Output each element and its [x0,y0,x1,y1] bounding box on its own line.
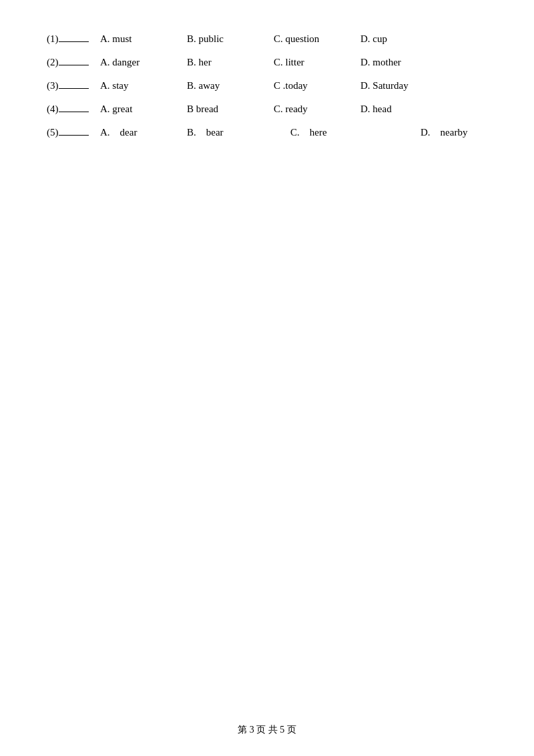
q3-opt-d: D. Saturday [360,80,447,91]
q3-label: (3) [47,80,59,91]
q2-opt-b: B. her [187,57,274,68]
q1-opt-a: A. must [100,33,187,45]
question-row-3: (3) A. stay B. away C .today D. Saturday [47,80,487,91]
q3-blank [59,88,89,89]
question-row-2: (2) A. danger B. her C. litter D. mother [47,57,487,68]
q3-opt-c: C .today [274,80,360,91]
q2-opt-c: C. litter [274,57,360,68]
page-content: (1) A. must B. public C. question D. cup… [0,0,534,165]
q4-opt-d: D. head [360,104,447,115]
q1-opt-b: B. public [187,33,274,45]
q3-options: A. stay B. away C .today D. Saturday [100,80,487,91]
question-row-1: (1) A. must B. public C. question D. cup [47,33,487,45]
q5-opt-b: B. bear [187,127,290,138]
q1-options: A. must B. public C. question D. cup [100,33,487,45]
q4-opt-b: B bread [187,104,274,115]
q5-opt-c: C. here [290,127,421,138]
q5-options: A. dear B. bear C. here D. nearby [100,127,487,138]
q4-blank [59,112,89,112]
footer-text: 第 3 页 共 5 页 [238,725,296,735]
questions-container: (1) A. must B. public C. question D. cup… [47,33,487,138]
q2-label: (2) [47,57,59,67]
question-row-5: (5) A. dear B. bear C. here D. nearby [47,127,487,138]
question-num-2: (2) [47,57,100,68]
question-num-4: (4) [47,104,100,115]
q1-label: (1) [47,33,59,44]
q1-blank [59,41,89,42]
question-num-1: (1) [47,33,100,45]
question-row-4: (4) A. great B bread C. ready D. head [47,104,487,115]
q4-opt-a: A. great [100,104,187,115]
q3-opt-b: B. away [187,80,274,91]
q2-blank [59,65,89,65]
q4-opt-c: C. ready [274,104,360,115]
q5-opt-d: D. nearby [421,127,467,138]
q1-opt-c: C. question [274,33,360,45]
page-footer: 第 3 页 共 5 页 [0,724,534,736]
question-num-5: (5) [47,127,100,138]
q1-opt-d: D. cup [360,33,447,45]
q4-label: (4) [47,104,59,114]
q2-options: A. danger B. her C. litter D. mother [100,57,487,68]
q5-label: (5) [47,127,59,138]
q4-options: A. great B bread C. ready D. head [100,104,487,115]
q3-opt-a: A. stay [100,80,187,91]
q2-opt-d: D. mother [360,57,447,68]
q5-opt-a: A. dear [100,127,187,138]
question-num-3: (3) [47,80,100,91]
q5-blank [59,135,89,136]
q2-opt-a: A. danger [100,57,187,68]
